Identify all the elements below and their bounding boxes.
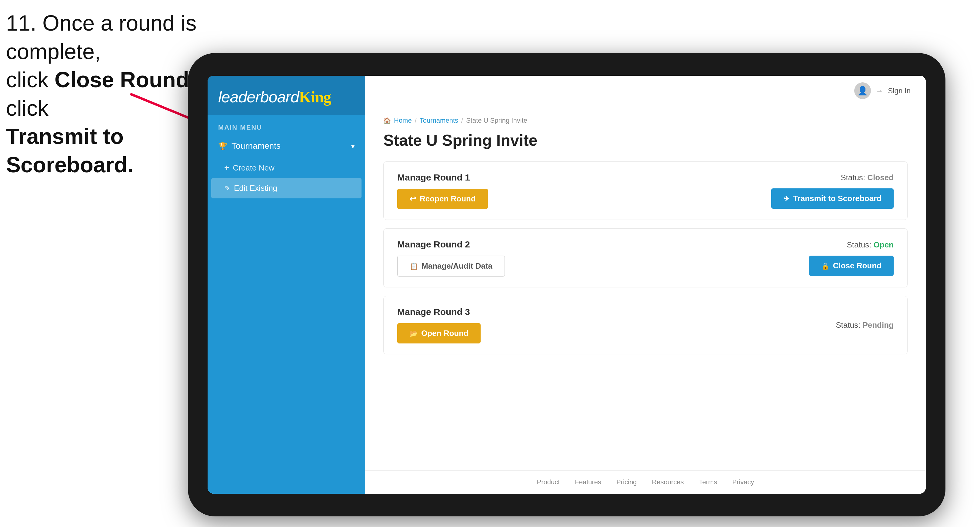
signin-arrow-icon <box>876 87 883 95</box>
round-2-card: Manage Round 2 Manage/Audit Data Status:… <box>383 229 908 287</box>
tablet-screen: leaderboardKing MAIN MENU Tournaments <box>208 76 926 494</box>
reopen-round-label: Reopen Round <box>420 194 476 203</box>
round-3-status-value: Pending <box>862 321 894 330</box>
close-round-icon <box>821 261 829 270</box>
round-1-right: Status: Closed Transmit to Scoreboard <box>771 173 894 209</box>
breadcrumb: Home / Tournaments / State U Spring Invi… <box>383 117 908 124</box>
breadcrumb-tournaments[interactable]: Tournaments <box>420 117 458 124</box>
sidebar-item-create-new[interactable]: Create New <box>208 157 365 178</box>
round-3-title: Manage Round 3 <box>397 307 480 317</box>
round-2-status-value: Open <box>873 240 894 249</box>
reopen-round-button[interactable]: Reopen Round <box>397 189 488 209</box>
round-2-left: Manage Round 2 Manage/Audit Data <box>397 239 505 276</box>
round-1-status-value: Closed <box>867 173 894 182</box>
transmit-icon <box>783 194 789 203</box>
avatar-icon <box>857 86 868 96</box>
round-2-right: Status: Open Close Round <box>809 240 894 276</box>
main-content: Sign In Home / Tournaments / State U Spr… <box>365 76 926 494</box>
breadcrumb-sep2: / <box>461 117 463 124</box>
breadcrumb-current: State U Spring Invite <box>466 117 527 124</box>
round-2-title: Manage Round 2 <box>397 239 505 249</box>
footer-privacy[interactable]: Privacy <box>732 478 754 486</box>
page-title: State U Spring Invite <box>383 131 908 149</box>
sign-in-area[interactable]: Sign In <box>854 83 911 99</box>
footer-features[interactable]: Features <box>575 478 601 486</box>
round-1-left: Manage Round 1 Reopen Round <box>397 172 488 209</box>
instruction-line1: 11. Once a round is complete, <box>6 11 196 63</box>
edit-icon <box>224 184 230 193</box>
round-1-title: Manage Round 1 <box>397 172 488 183</box>
close-round-button[interactable]: Close Round <box>809 256 894 276</box>
round-1-card: Manage Round 1 Reopen Round Status: Clos… <box>383 162 908 220</box>
home-icon <box>383 117 391 124</box>
round-3-right: Status: Pending <box>836 321 894 330</box>
top-nav: Sign In <box>365 76 926 106</box>
transmit-label: Transmit to Scoreboard <box>793 194 881 203</box>
chevron-down-icon <box>351 141 355 151</box>
plus-icon <box>224 163 229 173</box>
edit-existing-label: Edit Existing <box>234 184 277 193</box>
sidebar: leaderboardKing MAIN MENU Tournaments <box>208 76 365 494</box>
instruction-line2: click <box>6 68 54 92</box>
footer-pricing[interactable]: Pricing <box>616 478 637 486</box>
open-round-button[interactable]: Open Round <box>397 323 480 343</box>
page-footer: Product Features Pricing Resources Terms… <box>365 470 926 494</box>
avatar <box>854 83 871 99</box>
breadcrumb-sep1: / <box>415 117 417 124</box>
manage-audit-label: Manage/Audit Data <box>422 261 492 271</box>
sidebar-item-tournaments[interactable]: Tournaments <box>208 135 365 157</box>
breadcrumb-home[interactable]: Home <box>394 117 412 124</box>
round-1-status: Status: Closed <box>841 173 894 183</box>
sidebar-item-edit-existing[interactable]: Edit Existing <box>211 178 361 198</box>
open-round-label: Open Round <box>421 329 468 338</box>
instruction-bold2: Transmit to Scoreboard. <box>6 124 133 177</box>
close-round-label: Close Round <box>833 261 881 270</box>
sign-in-label: Sign In <box>888 87 911 95</box>
app-layout: leaderboardKing MAIN MENU Tournaments <box>208 76 926 494</box>
open-round-icon <box>409 329 418 338</box>
page-content: Home / Tournaments / State U Spring Invi… <box>365 106 926 470</box>
sidebar-nav: Tournaments Create New Edit Existing <box>208 135 365 494</box>
round-3-status: Status: Pending <box>836 321 894 330</box>
footer-product[interactable]: Product <box>537 478 560 486</box>
main-menu-label: MAIN MENU <box>208 115 365 135</box>
reopen-icon <box>409 194 416 203</box>
sidebar-logo-area: leaderboardKing <box>208 76 365 115</box>
tournaments-label: Tournaments <box>232 141 281 151</box>
footer-resources[interactable]: Resources <box>652 478 684 486</box>
manage-audit-data-button[interactable]: Manage/Audit Data <box>397 256 505 276</box>
logo: leaderboardKing <box>218 88 355 106</box>
logo-strong-part: King <box>299 89 331 106</box>
tablet-device: leaderboardKing MAIN MENU Tournaments <box>188 53 945 516</box>
transmit-to-scoreboard-button[interactable]: Transmit to Scoreboard <box>771 188 894 209</box>
trophy-icon <box>218 141 227 151</box>
create-new-label: Create New <box>233 163 274 173</box>
manage-icon <box>410 261 418 271</box>
logo-text-part: leaderboard <box>218 88 299 106</box>
round-2-status: Status: Open <box>847 240 894 249</box>
instruction-bold1: Close Round <box>54 68 189 92</box>
round-3-left: Manage Round 3 Open Round <box>397 307 480 343</box>
footer-terms[interactable]: Terms <box>699 478 717 486</box>
round-3-card: Manage Round 3 Open Round Status: Pendin… <box>383 296 908 354</box>
